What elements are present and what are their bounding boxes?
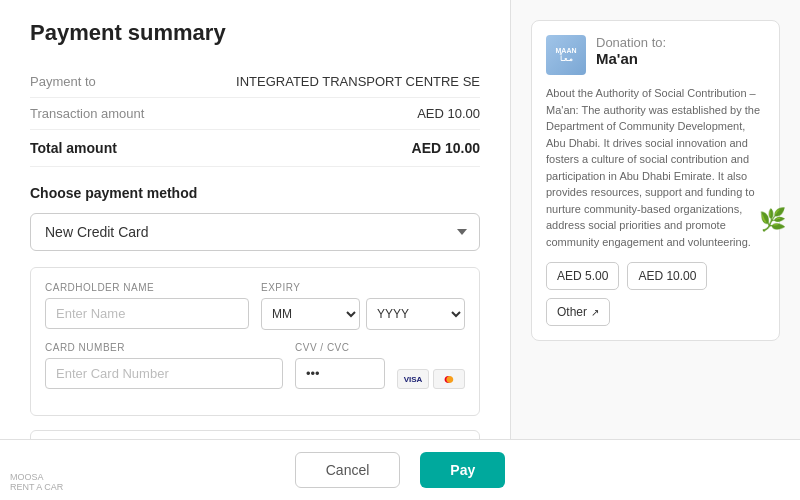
payment-to-value: INTEGRATED TRANSPORT CENTRE SE (236, 74, 480, 89)
other-label: Other (557, 305, 587, 319)
payment-method-title: Choose payment method (30, 185, 480, 201)
samsung-pay-option[interactable]: SAMSUNG Pay › (30, 430, 480, 439)
payment-to-row: Payment to INTEGRATED TRANSPORT CENTRE S… (30, 66, 480, 98)
expiry-label: EXPIRY (261, 282, 465, 293)
transaction-row: Transaction amount AED 10.00 (30, 98, 480, 130)
card-number-input[interactable] (45, 358, 283, 389)
card-icons: VISA ● ● (397, 369, 465, 389)
footer-buttons: MOOSARENT A CAR Cancel Pay (0, 439, 800, 500)
total-label: Total amount (30, 140, 117, 156)
cancel-button[interactable]: Cancel (295, 452, 401, 488)
card-form: CARDHOLDER NAME EXPIRY MM YYYY (30, 267, 480, 416)
expiry-year-select[interactable]: YYYY (366, 298, 465, 330)
payment-to-label: Payment to (30, 74, 96, 89)
amount-buttons: AED 5.00 AED 10.00 Other ↗ (546, 262, 765, 326)
total-value: AED 10.00 (412, 140, 480, 156)
total-row: Total amount AED 10.00 (30, 130, 480, 167)
donation-header: MAANمـعـاً Donation to: Ma'an (546, 35, 765, 75)
card-number-group: CARD NUMBER (45, 342, 283, 389)
donation-org-name: Ma'an (596, 50, 666, 67)
donation-logo: MAANمـعـاً (546, 35, 586, 75)
mc-icon: ● ● (433, 369, 465, 389)
cardholder-input[interactable] (45, 298, 249, 329)
other-amount-button[interactable]: Other ↗ (546, 298, 610, 326)
expiry-group: EXPIRY MM YYYY (261, 282, 465, 330)
expiry-month-select[interactable]: MM (261, 298, 360, 330)
amount-10-button[interactable]: AED 10.00 (627, 262, 707, 290)
pay-button[interactable]: Pay (420, 452, 505, 488)
donation-info: Donation to: Ma'an (596, 35, 666, 67)
cvv-input[interactable] (295, 358, 385, 389)
other-icon: ↗ (591, 307, 599, 318)
cvv-label: CVV / CVC (295, 342, 385, 353)
cardholder-group: CARDHOLDER NAME (45, 282, 249, 330)
tree-icon: 🌿 (759, 207, 786, 233)
donation-description: About the Authority of Social Contributi… (546, 85, 765, 250)
donation-to-label: Donation to: (596, 35, 666, 50)
card-number-label: CARD NUMBER (45, 342, 283, 353)
page-title: Payment summary (30, 20, 480, 46)
transaction-label: Transaction amount (30, 106, 144, 121)
cardholder-label: CARDHOLDER NAME (45, 282, 249, 293)
amount-5-button[interactable]: AED 5.00 (546, 262, 619, 290)
donation-card: MAANمـعـاً Donation to: Ma'an About the … (531, 20, 780, 341)
moosa-logo: MOOSARENT A CAR (10, 472, 63, 492)
right-panel: MAANمـعـاً Donation to: Ma'an About the … (510, 0, 800, 439)
transaction-value: AED 10.00 (417, 106, 480, 121)
payment-method-dropdown[interactable]: New Credit Card Saved Card Apple Pay (30, 213, 480, 251)
cvv-group: CVV / CVC (295, 342, 385, 389)
visa-icon: VISA (397, 369, 429, 389)
